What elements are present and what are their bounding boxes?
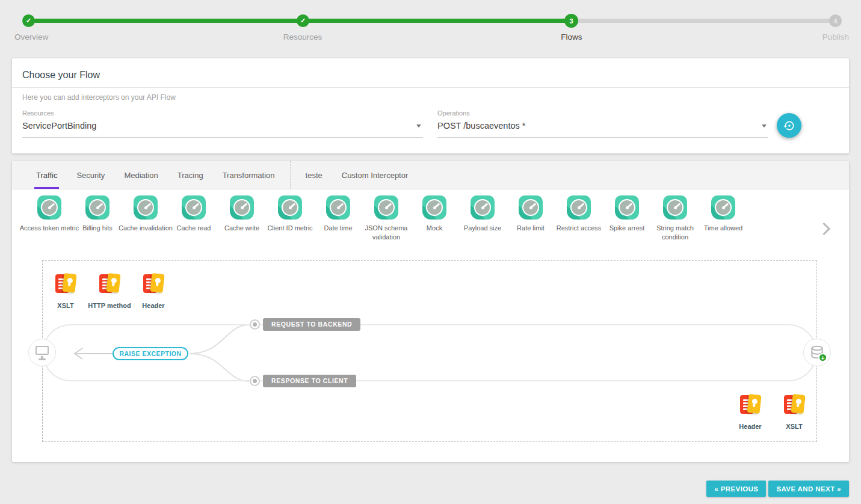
flow-interceptor-xslt-response[interactable]: XSLT (782, 393, 806, 430)
tab-divider (290, 161, 291, 189)
tray-item-billing-hits[interactable]: Billing hits (73, 195, 122, 247)
gauge-icon (374, 195, 398, 220)
transformation-icon (782, 393, 806, 417)
stepper-connector (571, 19, 835, 23)
flow-interceptor-label: XSLT (57, 302, 73, 309)
resources-select[interactable]: Resources ServicePortBinding (22, 109, 423, 138)
resources-select-value: ServicePortBinding (22, 121, 423, 131)
wizard-footer: « PREVIOUS SAVE AND NEXT » (706, 481, 849, 497)
flow-interceptor-label: XSLT (786, 423, 802, 430)
previous-button[interactable]: « PREVIOUS (706, 481, 766, 497)
flow-wizard-page: ✓ ✓ 3 4 Overview Resources Flows Publish… (0, 0, 861, 504)
step-resources-dot[interactable]: ✓ (297, 14, 309, 27)
stepper-connector (303, 19, 571, 23)
step-flows-dot[interactable]: 3 (564, 14, 578, 28)
gauge-icon (326, 195, 350, 220)
request-to-backend-badge: REQUEST TO BACKEND (263, 318, 360, 331)
tray-scroll-right-chevron-icon[interactable] (818, 223, 830, 235)
tray-item-cache-write[interactable]: Cache write (218, 195, 266, 247)
tray-item-rate-limit[interactable]: Rate limit (507, 195, 555, 247)
operations-select-value: POST /buscaeventos * (437, 121, 768, 131)
interceptor-tabs: Traffic Security Mediation Tracing Trans… (12, 161, 849, 189)
tray-item-json-schema-validation[interactable]: JSON schema validation (362, 195, 410, 247)
gauge-icon (663, 195, 687, 220)
tray-item-cache-invalidation[interactable]: Cache invalidation (122, 195, 170, 247)
add-backend-icon[interactable] (818, 353, 827, 362)
gauge-icon (134, 195, 158, 220)
flow-interceptor-label: HTTP method (88, 302, 131, 309)
save-and-next-button[interactable]: SAVE AND NEXT » (768, 481, 849, 497)
tray-item-time-allowed[interactable]: Time allowed (699, 195, 747, 247)
flow-editor-card: Traffic Security Mediation Tracing Trans… (12, 161, 849, 462)
gauge-icon (615, 195, 639, 220)
response-to-client-badge: RESPONSE TO CLIENT (263, 375, 356, 387)
client-endpoint (28, 339, 56, 366)
request-flow-marker[interactable] (250, 319, 260, 330)
chevron-down-icon (762, 124, 767, 128)
operations-select[interactable]: Operations POST /buscaeventos * (437, 109, 768, 138)
card-subtitle: Here you can add interceptors on your AP… (12, 88, 849, 102)
tab-teste[interactable]: teste (296, 161, 332, 189)
gauge-icon (422, 195, 446, 220)
flow-interceptor-header-response[interactable]: Header (738, 393, 762, 430)
flow-drop-zone[interactable]: XSLT HTTP method Hea (42, 260, 817, 442)
flow-history-button[interactable] (777, 113, 801, 138)
raise-exception-button[interactable]: RAISE EXCEPTION (113, 347, 188, 360)
request-interceptors-group: XSLT HTTP method Hea (54, 272, 165, 309)
interceptor-tray: Access token metric Billing hits Cache i… (12, 189, 849, 247)
response-flow-marker[interactable] (250, 376, 260, 386)
tab-custom-interceptor[interactable]: Custom Interceptor (332, 161, 418, 189)
flow-interceptor-label: Header (142, 302, 164, 309)
page-title: Choose your Flow (12, 58, 849, 87)
tab-security[interactable]: Security (67, 161, 114, 189)
step-flows-label: Flows (561, 32, 582, 41)
response-interceptors-group: Header XSLT (738, 393, 806, 430)
tray-item-label: Time allowed (692, 224, 755, 233)
step-overview-label: Overview (14, 32, 48, 41)
tray-item-payload-size[interactable]: Payload size (458, 195, 507, 247)
transformation-icon (738, 393, 762, 417)
flow-interceptor-xslt-request[interactable]: XSLT (54, 272, 78, 309)
gauge-icon (567, 195, 591, 220)
chevron-down-icon (416, 124, 421, 128)
tab-tracing[interactable]: Tracing (168, 161, 213, 189)
backend-endpoint[interactable] (803, 339, 831, 366)
flow-interceptor-header-request[interactable]: Header (141, 272, 165, 309)
transformation-icon (141, 272, 165, 296)
gauge-icon (230, 195, 254, 220)
tab-traffic[interactable]: Traffic (26, 161, 67, 189)
tray-item-string-match-condition[interactable]: String match condition (651, 195, 699, 247)
gauge-icon (85, 195, 110, 220)
flow-canvas: XSLT HTTP method Hea (12, 247, 849, 462)
wizard-stepper: ✓ ✓ 3 4 Overview Resources Flows Publish (0, 0, 861, 48)
operations-select-label: Operations (437, 109, 768, 117)
transformation-icon (54, 272, 78, 296)
stepper-connector (28, 19, 303, 23)
step-resources-label: Resources (283, 32, 322, 41)
gauge-icon (37, 195, 61, 220)
gauge-icon (519, 195, 543, 220)
tray-item-access-token-metric[interactable]: Access token metric (25, 195, 73, 247)
resources-select-label: Resources (22, 109, 423, 117)
client-monitor-icon (35, 345, 49, 360)
flow-selectors: Resources ServicePortBinding Operations … (12, 102, 849, 138)
choose-flow-card: Choose your Flow Here you can add interc… (12, 58, 849, 153)
gauge-icon (182, 195, 206, 220)
tray-item-restrict-access[interactable]: Restrict access (555, 195, 603, 247)
tab-transformation[interactable]: Transformation (213, 161, 285, 189)
gauge-icon (278, 195, 302, 220)
gauge-icon (471, 195, 495, 220)
step-publish-label: Publish (822, 32, 849, 41)
step-publish-dot: 4 (829, 14, 842, 27)
transformation-icon (97, 272, 122, 296)
flow-interceptor-label: Header (739, 423, 761, 430)
step-overview-dot[interactable]: ✓ (22, 14, 35, 27)
tray-item-cache-read[interactable]: Cache read (170, 195, 218, 247)
tab-mediation[interactable]: Mediation (114, 161, 167, 189)
restore-icon (783, 120, 795, 132)
gauge-icon (711, 195, 735, 220)
tray-item-mock[interactable]: Mock (410, 195, 458, 247)
flow-interceptor-http-method-request[interactable]: HTTP method (97, 272, 122, 309)
tray-item-client-id-metric[interactable]: Client ID metric (266, 195, 314, 247)
